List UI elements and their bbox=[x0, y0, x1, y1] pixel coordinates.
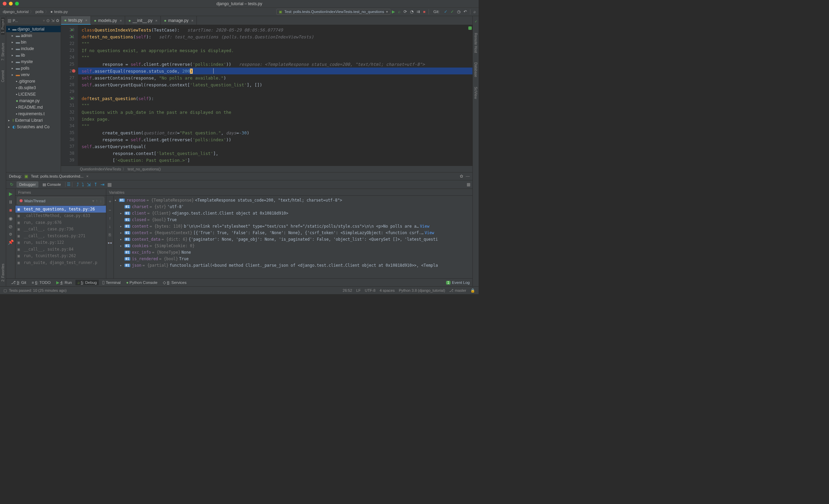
next-frame-icon[interactable]: ↓ bbox=[100, 199, 102, 203]
evaluate-expression-icon[interactable]: ▦ bbox=[107, 182, 112, 187]
editor-tab-manage.py[interactable]: ●manage.py× bbox=[161, 16, 197, 25]
gutter-line-34[interactable]: 34 bbox=[61, 122, 78, 129]
window-close-button[interactable] bbox=[3, 2, 7, 5]
indent-settings[interactable]: 4 spaces bbox=[380, 288, 395, 293]
tree-item-mysite[interactable]: ▸▬mysite bbox=[6, 58, 61, 65]
gutter-line-37[interactable]: 37 bbox=[61, 143, 78, 150]
run-button[interactable]: ▶ bbox=[392, 9, 395, 14]
gutter-line-35[interactable]: 35 bbox=[61, 129, 78, 136]
tree-item-lib[interactable]: ▸▬lib bbox=[6, 52, 61, 58]
code-line-32[interactable]: Questions with a pub_date in the past ar… bbox=[78, 109, 472, 116]
code-line-30[interactable]: def test_past_question(self): bbox=[78, 95, 472, 102]
stack-frame[interactable]: ▣run, case.py:676 bbox=[15, 219, 106, 226]
git-commit-button[interactable]: ✓ bbox=[450, 9, 454, 14]
stop-debug-button[interactable]: ■ bbox=[9, 207, 12, 213]
tool-tab-remote-host[interactable]: Remote Host bbox=[474, 32, 478, 54]
remove-watch-icon[interactable]: − bbox=[109, 208, 111, 213]
cursor-position[interactable]: 26:52 bbox=[343, 288, 352, 293]
breadcrumb-file[interactable]: tests.py bbox=[54, 10, 68, 14]
gutter-line-21[interactable]: 21▶ bbox=[61, 33, 78, 40]
lock-icon[interactable]: 🔒 bbox=[470, 288, 475, 293]
view-link[interactable]: View bbox=[425, 230, 434, 235]
tree-item-README.md[interactable]: ▪README.md bbox=[6, 104, 61, 110]
close-tab-icon[interactable]: × bbox=[120, 19, 122, 23]
copy-icon[interactable]: ⎘ bbox=[109, 232, 111, 237]
stack-frame[interactable]: ▣run_suite, django_test_runner.p bbox=[15, 259, 106, 266]
code-line-29[interactable] bbox=[78, 88, 472, 95]
close-tab-icon[interactable]: × bbox=[155, 19, 157, 23]
gutter-line-29[interactable]: 29 bbox=[61, 88, 78, 95]
inspection-ok-icon[interactable]: ✓ bbox=[474, 20, 477, 23]
settings-icon[interactable]: ✿ bbox=[56, 18, 59, 23]
coverage-button[interactable]: ⟳ bbox=[404, 9, 407, 14]
stack-frame[interactable]: ▣run, suite.py:122 bbox=[15, 239, 106, 246]
variable-response[interactable]: ▾01response = {TemplateResponse} <Templa… bbox=[114, 197, 472, 203]
stack-frame[interactable]: ▣__call__, suite.py:84 bbox=[15, 246, 106, 253]
rerun-icon[interactable]: ↻ bbox=[8, 181, 15, 188]
breadcrumb-method[interactable]: test_no_questions() bbox=[128, 167, 161, 171]
collapse-all-icon[interactable]: ⇲ bbox=[51, 18, 55, 23]
pause-button[interactable]: ⏸ bbox=[8, 199, 13, 205]
thread-selector[interactable]: MainThread ▾ ↑↓ bbox=[17, 197, 104, 205]
gutter-line-23[interactable]: 23 bbox=[61, 47, 78, 54]
step-into-icon[interactable]: ⤵ bbox=[82, 182, 84, 187]
code-line-24[interactable]: """ bbox=[78, 54, 472, 61]
close-tab-icon[interactable]: × bbox=[85, 18, 87, 22]
breadcrumb-project[interactable]: django_tutorial bbox=[3, 10, 28, 14]
add-watch-icon[interactable]: ＋ bbox=[108, 199, 112, 204]
stack-frame[interactable]: ▣test_no_questions, tests.py:26 bbox=[15, 206, 106, 213]
step-over-icon[interactable]: ⤴ bbox=[76, 182, 79, 187]
variable-closed[interactable]: 01closed = {bool} True bbox=[114, 216, 472, 223]
arrow-up-icon[interactable]: ↑ bbox=[109, 216, 111, 221]
inspection-marker[interactable] bbox=[468, 26, 472, 30]
prev-frame-icon[interactable]: ↑ bbox=[96, 199, 98, 203]
gutter-line-25[interactable]: 25 bbox=[61, 61, 78, 68]
breadcrumb-folder[interactable]: polls bbox=[35, 10, 44, 14]
code-line-22[interactable]: """ bbox=[78, 40, 472, 47]
close-tab-icon[interactable]: × bbox=[86, 174, 89, 178]
tool-tab-database[interactable]: Database bbox=[474, 61, 478, 79]
code-line-25[interactable]: response = self.client.get(reverse('poll… bbox=[78, 61, 472, 68]
pin-tab-icon[interactable]: 📌 bbox=[8, 239, 14, 245]
editor-tab-tests.py[interactable]: ●tests.py× bbox=[61, 16, 91, 25]
search-everywhere-button[interactable]: ⌕ bbox=[473, 10, 476, 14]
gutter-line-33[interactable]: 33 bbox=[61, 116, 78, 122]
arrow-down-icon[interactable]: ↓ bbox=[109, 224, 111, 229]
tree-item-venv[interactable]: ▸▬venv bbox=[6, 71, 61, 78]
tw-todo[interactable]: ≡6: TODO bbox=[30, 280, 53, 285]
stack-frame[interactable]: ▣run, tcunittest.py:262 bbox=[15, 253, 106, 260]
editor-tab-models.py[interactable]: ●models.py× bbox=[91, 16, 125, 25]
force-step-into-icon[interactable]: ⇲ bbox=[87, 182, 91, 187]
code-line-27[interactable]: self.assertContains(response, "No polls … bbox=[78, 74, 472, 81]
run-config-selector[interactable]: ▣ Test: polls.tests.QuestionIndexViewTes… bbox=[276, 9, 391, 15]
tree-item-include[interactable]: ▸▬include bbox=[6, 45, 61, 52]
resume-button[interactable]: ▶ bbox=[9, 191, 13, 196]
stack-frame[interactable]: ▣_callTestMethod, case.py:633 bbox=[15, 213, 106, 219]
gutter-line-26[interactable]: 26 bbox=[61, 68, 78, 74]
editor-tab-__init__.py[interactable]: ●__init__.py× bbox=[125, 16, 161, 25]
code-line-21[interactable]: def test_no_questions(self): self: test_… bbox=[78, 33, 472, 40]
editor-code[interactable]: class QuestionIndexViewTests(TestCase): … bbox=[78, 25, 472, 166]
layout-settings-icon[interactable]: ▦ bbox=[467, 182, 470, 187]
debugger-tab[interactable]: Debugger bbox=[16, 181, 38, 188]
profile-button[interactable]: ◔ bbox=[410, 9, 413, 14]
tw-services[interactable]: ◇8: Services bbox=[161, 279, 189, 286]
tree-item-polls[interactable]: ▸▬polls bbox=[6, 65, 61, 71]
debug-settings-icon[interactable]: ✿ bbox=[460, 174, 463, 179]
code-line-38[interactable]: response.context['latest_question_list']… bbox=[78, 150, 472, 157]
tool-tab-sciview[interactable]: SciView bbox=[474, 85, 478, 100]
git-branch[interactable]: ⎇ master bbox=[449, 288, 466, 293]
tw-python-console[interactable]: ●Python Console bbox=[124, 280, 159, 285]
line-separator[interactable]: LF bbox=[356, 288, 361, 293]
thread-list-icon[interactable]: ☰ bbox=[65, 182, 72, 187]
variable-cookies[interactable]: ▸01cookies = {SimpleCookie: 0} bbox=[114, 242, 472, 249]
tw-debug[interactable]: ⌕5: Debug bbox=[75, 280, 99, 285]
file-encoding[interactable]: UTF-8 bbox=[365, 288, 375, 293]
tool-windows-button[interactable]: ▢ bbox=[3, 288, 7, 293]
tree-item-LICENSE[interactable]: ▪LICENSE bbox=[6, 91, 61, 97]
code-line-31[interactable]: """ bbox=[78, 102, 472, 109]
tree-item-db.sqlite3[interactable]: ▪db.sqlite3 bbox=[6, 84, 61, 91]
editor-gutter[interactable]: 20▶21▶222324252627282930▶313233343536373… bbox=[61, 25, 78, 166]
git-update-button[interactable]: ✓ bbox=[444, 9, 447, 14]
tw-terminal[interactable]: ⌷Terminal bbox=[100, 280, 122, 285]
